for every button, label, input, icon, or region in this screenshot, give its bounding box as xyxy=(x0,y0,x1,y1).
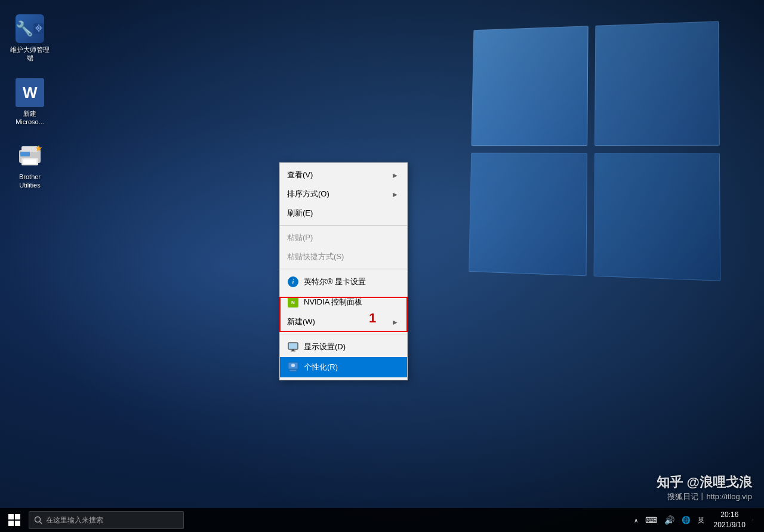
menu-item-view-label: 查看(V) xyxy=(287,170,393,180)
menu-item-display-label: 显示设置(D) xyxy=(304,342,398,352)
svg-rect-3 xyxy=(38,30,39,32)
personalize-icon xyxy=(287,361,299,373)
svg-rect-20 xyxy=(289,370,297,371)
menu-item-refresh[interactable]: 刷新(E) xyxy=(280,204,407,223)
svg-point-19 xyxy=(291,364,295,367)
number-badge: 1 xyxy=(369,310,376,326)
desktop-icon-maintenance[interactable]: 维护大师管理 端 xyxy=(6,12,54,65)
menu-item-intel[interactable]: i 英特尔® 显卡设置 xyxy=(280,272,407,292)
menu-arrow-view: ▶ xyxy=(393,172,398,179)
menu-item-personalize[interactable]: 个性化(R) xyxy=(280,357,407,377)
svg-rect-24 xyxy=(15,521,20,526)
maintenance-label: 维护大师管理 端 xyxy=(8,45,51,63)
svg-rect-12 xyxy=(23,159,36,164)
watermark-line1: 知乎 @浪哩戈浪 xyxy=(657,473,752,491)
context-menu: 查看(V) ▶ 排序方式(O) ▶ 刷新(E) 粘贴(P) 粘贴快捷方式(S) … xyxy=(279,162,408,380)
menu-item-new-label: 新建(W) xyxy=(287,316,393,327)
svg-rect-10 xyxy=(21,146,38,152)
desktop: 维护大师管理 端 W 新建Microsо... xyxy=(0,0,764,532)
intel-icon: i xyxy=(287,276,299,288)
search-placeholder: 在这里输入来搜索 xyxy=(46,515,103,525)
menu-item-nvidia[interactable]: N NVIDIA 控制面板 xyxy=(280,292,407,312)
nvidia-icon: N xyxy=(287,296,299,308)
tray-network[interactable]: 🌐 xyxy=(679,515,693,525)
brother-label: Brother Utilities xyxy=(8,173,51,190)
menu-separator-2 xyxy=(280,269,407,269)
menu-item-display[interactable]: 显示设置(D) xyxy=(280,337,407,357)
svg-line-26 xyxy=(40,522,42,524)
clock-date: 2021/9/10 xyxy=(714,520,745,530)
menu-item-refresh-label: 刷新(E) xyxy=(287,208,398,219)
svg-rect-15 xyxy=(288,343,298,349)
menu-separator-3 xyxy=(280,334,407,334)
watermark: 知乎 @浪哩戈浪 搜狐日记丨http://itlog.vip xyxy=(657,473,752,502)
win-tile-bl xyxy=(469,153,587,276)
taskbar-tray: ∧ ⌨ 🔊 🌐 英 20:16 2021/9/10 xyxy=(627,510,764,530)
desktop-icon-word[interactable]: W 新建Microsо... xyxy=(6,76,54,129)
win-tile-br xyxy=(593,153,720,281)
taskbar-search[interactable]: 在这里输入来搜索 xyxy=(29,511,184,529)
menu-arrow-new: ▶ xyxy=(393,319,398,325)
maintenance-icon-img xyxy=(16,14,44,43)
menu-item-paste-shortcut-label: 粘贴快捷方式(S) xyxy=(287,251,398,262)
svg-rect-14 xyxy=(20,152,30,156)
clock-time: 20:16 xyxy=(714,510,745,520)
svg-rect-21 xyxy=(8,514,14,519)
desktop-icon-brother[interactable]: Brother Utilities xyxy=(6,139,54,192)
start-button[interactable] xyxy=(0,508,29,532)
menu-separator-1 xyxy=(280,225,407,226)
menu-item-personalize-label: 个性化(R) xyxy=(304,362,398,373)
menu-item-new[interactable]: 新建(W) ▶ xyxy=(280,312,407,331)
menu-item-nvidia-label: NVIDIA 控制面板 xyxy=(304,297,398,307)
svg-rect-22 xyxy=(15,514,20,519)
desktop-icons: 维护大师管理 端 W 新建Microsо... xyxy=(0,0,60,204)
maintenance-icon-graphic xyxy=(16,14,44,43)
svg-rect-6 xyxy=(35,27,37,28)
display-icon xyxy=(287,341,299,353)
menu-item-sort[interactable]: 排序方式(O) ▶ xyxy=(280,184,407,204)
menu-item-view[interactable]: 查看(V) ▶ xyxy=(280,165,407,184)
word-icon-img: W xyxy=(16,78,44,107)
tray-speaker[interactable]: 🔊 xyxy=(662,514,677,526)
tray-chevron[interactable]: ∧ xyxy=(631,516,640,525)
svg-rect-17 xyxy=(291,350,295,352)
svg-point-2 xyxy=(38,27,40,29)
tray-keyboard[interactable]: ⌨ xyxy=(643,514,660,526)
tray-time[interactable]: 20:16 2021/9/10 xyxy=(709,510,750,530)
word-label: 新建Microsо... xyxy=(16,109,44,127)
watermark-line2: 搜狐日记丨http://itlog.vip xyxy=(657,491,752,502)
windows-logo xyxy=(469,21,720,281)
menu-arrow-sort: ▶ xyxy=(393,191,398,198)
menu-item-paste-label: 粘贴(P) xyxy=(287,232,398,243)
win-tile-tr xyxy=(594,21,720,146)
word-icon-graphic: W xyxy=(16,78,44,107)
menu-item-intel-label: 英特尔® 显卡设置 xyxy=(304,276,398,287)
svg-rect-4 xyxy=(38,24,39,26)
win-tile-tl xyxy=(471,26,588,146)
svg-text:W: W xyxy=(23,84,38,102)
svg-rect-5 xyxy=(40,27,42,28)
tray-show-desktop[interactable] xyxy=(753,519,759,521)
svg-point-25 xyxy=(35,517,41,522)
menu-item-paste-shortcut[interactable]: 粘贴快捷方式(S) xyxy=(280,247,407,266)
tray-language[interactable]: 英 xyxy=(695,515,707,526)
svg-rect-23 xyxy=(8,521,14,526)
menu-item-paste[interactable]: 粘贴(P) xyxy=(280,228,407,247)
menu-item-sort-label: 排序方式(O) xyxy=(287,189,393,199)
taskbar: 在这里输入来搜索 ∧ ⌨ 🔊 🌐 英 20:16 2021/9/10 xyxy=(0,508,764,532)
brother-icon-img xyxy=(16,142,44,170)
